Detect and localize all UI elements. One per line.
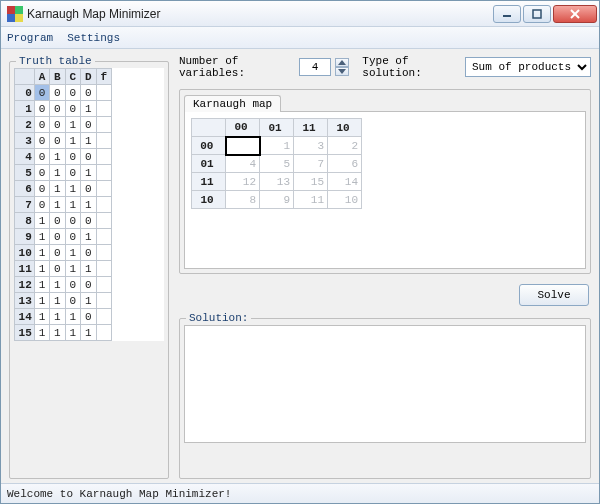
- truth-cell[interactable]: 1: [81, 261, 96, 277]
- truth-cell[interactable]: 0: [34, 181, 49, 197]
- truth-f-cell[interactable]: [96, 101, 112, 117]
- truth-row-index[interactable]: 5: [15, 165, 35, 181]
- truth-f-cell[interactable]: [96, 245, 112, 261]
- truth-cell[interactable]: 1: [50, 309, 65, 325]
- kmap-cell[interactable]: 14: [328, 173, 362, 191]
- truth-cell[interactable]: 0: [65, 229, 80, 245]
- solution-type-select[interactable]: Sum of products: [465, 57, 591, 77]
- truth-f-cell[interactable]: [96, 117, 112, 133]
- truth-cell[interactable]: 1: [65, 117, 80, 133]
- num-vars-input[interactable]: [299, 58, 331, 76]
- truth-cell[interactable]: 1: [34, 213, 49, 229]
- kmap-cell[interactable]: 15: [294, 173, 328, 191]
- truth-row-index[interactable]: 7: [15, 197, 35, 213]
- close-button[interactable]: [553, 5, 597, 23]
- truth-row-index[interactable]: 13: [15, 293, 35, 309]
- truth-cell[interactable]: 1: [50, 325, 65, 341]
- truth-cell[interactable]: 1: [50, 165, 65, 181]
- kmap-table[interactable]: 0001111000132014576111213151410891110: [191, 118, 362, 209]
- truth-cell[interactable]: 1: [65, 325, 80, 341]
- truth-cell[interactable]: 0: [81, 309, 96, 325]
- truth-cell[interactable]: 0: [81, 117, 96, 133]
- truth-row-index[interactable]: 14: [15, 309, 35, 325]
- truth-row-index[interactable]: 1: [15, 101, 35, 117]
- truth-cell[interactable]: 1: [81, 197, 96, 213]
- truth-cell[interactable]: 0: [50, 133, 65, 149]
- truth-cell[interactable]: 1: [81, 133, 96, 149]
- truth-cell[interactable]: 0: [81, 277, 96, 293]
- truth-f-cell[interactable]: [96, 229, 112, 245]
- truth-cell[interactable]: 0: [65, 213, 80, 229]
- truth-cell[interactable]: 0: [65, 165, 80, 181]
- truth-cell[interactable]: 0: [50, 101, 65, 117]
- truth-cell[interactable]: 0: [50, 85, 65, 101]
- kmap-cell[interactable]: 9: [260, 191, 294, 209]
- solution-textarea[interactable]: [184, 325, 586, 443]
- truth-row-index[interactable]: 11: [15, 261, 35, 277]
- truth-cell[interactable]: 1: [50, 293, 65, 309]
- truth-cell[interactable]: 0: [34, 85, 49, 101]
- truth-cell[interactable]: 1: [65, 197, 80, 213]
- truth-cell[interactable]: 1: [81, 101, 96, 117]
- kmap-cell[interactable]: 1: [260, 137, 294, 155]
- truth-f-cell[interactable]: [96, 149, 112, 165]
- truth-cell[interactable]: 0: [81, 213, 96, 229]
- truth-row-index[interactable]: 0: [15, 85, 35, 101]
- truth-f-cell[interactable]: [96, 85, 112, 101]
- truth-row-index[interactable]: 15: [15, 325, 35, 341]
- truth-cell[interactable]: 1: [50, 149, 65, 165]
- tab-karnaugh-map[interactable]: Karnaugh map: [184, 95, 281, 112]
- truth-cell[interactable]: 0: [34, 117, 49, 133]
- truth-cell[interactable]: 0: [34, 133, 49, 149]
- truth-cell[interactable]: 1: [65, 181, 80, 197]
- truth-cell[interactable]: 0: [65, 85, 80, 101]
- kmap-cell[interactable]: 4: [226, 155, 260, 173]
- solve-button[interactable]: Solve: [519, 284, 589, 306]
- minimize-button[interactable]: [493, 5, 521, 23]
- truth-cell[interactable]: 0: [81, 149, 96, 165]
- truth-cell[interactable]: 1: [50, 277, 65, 293]
- truth-cell[interactable]: 1: [34, 309, 49, 325]
- truth-cell[interactable]: 1: [81, 293, 96, 309]
- kmap-cell[interactable]: 5: [260, 155, 294, 173]
- truth-cell[interactable]: 1: [65, 261, 80, 277]
- kmap-cell[interactable]: 11: [294, 191, 328, 209]
- truth-cell[interactable]: 0: [34, 101, 49, 117]
- truth-f-cell[interactable]: [96, 197, 112, 213]
- truth-cell[interactable]: 0: [50, 261, 65, 277]
- kmap-cell[interactable]: 7: [294, 155, 328, 173]
- truth-cell[interactable]: 0: [50, 117, 65, 133]
- menu-program[interactable]: Program: [7, 32, 53, 44]
- truth-f-cell[interactable]: [96, 293, 112, 309]
- truth-f-cell[interactable]: [96, 165, 112, 181]
- truth-row-index[interactable]: 9: [15, 229, 35, 245]
- truth-cell[interactable]: 1: [34, 325, 49, 341]
- truth-cell[interactable]: 0: [34, 149, 49, 165]
- truth-f-cell[interactable]: [96, 325, 112, 341]
- truth-cell[interactable]: 0: [81, 181, 96, 197]
- truth-f-cell[interactable]: [96, 277, 112, 293]
- truth-cell[interactable]: 1: [34, 229, 49, 245]
- kmap-cell[interactable]: 13: [260, 173, 294, 191]
- truth-cell[interactable]: 0: [50, 213, 65, 229]
- truth-f-cell[interactable]: [96, 133, 112, 149]
- kmap-cell[interactable]: 3: [294, 137, 328, 155]
- truth-row-index[interactable]: 12: [15, 277, 35, 293]
- truth-cell[interactable]: 1: [34, 293, 49, 309]
- truth-f-cell[interactable]: [96, 309, 112, 325]
- truth-cell[interactable]: 1: [81, 165, 96, 181]
- truth-cell[interactable]: 1: [81, 325, 96, 341]
- truth-cell[interactable]: 0: [65, 293, 80, 309]
- truth-cell[interactable]: 1: [34, 277, 49, 293]
- truth-cell[interactable]: 0: [65, 277, 80, 293]
- truth-cell[interactable]: 0: [65, 149, 80, 165]
- truth-f-cell[interactable]: [96, 213, 112, 229]
- truth-f-cell[interactable]: [96, 261, 112, 277]
- truth-cell[interactable]: 0: [34, 165, 49, 181]
- spin-up-icon[interactable]: [335, 58, 349, 67]
- truth-cell[interactable]: 0: [50, 229, 65, 245]
- truth-cell[interactable]: 1: [50, 181, 65, 197]
- kmap-cell[interactable]: 8: [226, 191, 260, 209]
- kmap-cell[interactable]: [226, 137, 260, 155]
- truth-cell[interactable]: 1: [50, 197, 65, 213]
